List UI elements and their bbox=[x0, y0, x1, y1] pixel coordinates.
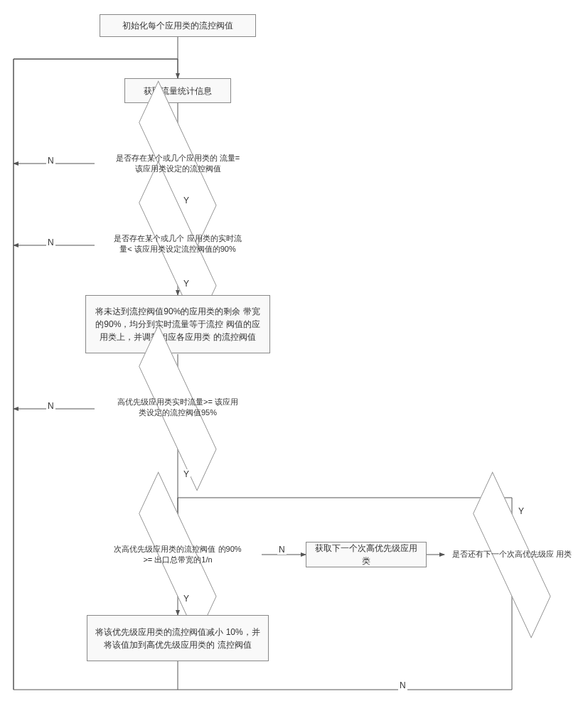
node-text: 是否还有下一个次高优先级应 用类 bbox=[431, 549, 588, 560]
node-text: 获取下一个次高优先级应用类 bbox=[314, 542, 419, 567]
node-text: 将未达到流控阀值90%的应用类的剩余 带宽的90%，均分到实时流量等于流控 阀值… bbox=[93, 305, 262, 343]
node-text: 是否存在某个或几个 应用类的实时流量< 该应用类设定流控阀值的90% bbox=[92, 233, 263, 255]
process-redistribute-bandwidth: 将未达到流控阀值90%的应用类的剩余 带宽的90%，均分到实时流量等于流控 阀值… bbox=[85, 295, 270, 353]
decision-flow-equals-threshold: 是否存在某个或几个应用类的 流量=该应用类设定的流控阀值 bbox=[92, 132, 263, 196]
edge-label-no: N bbox=[46, 237, 55, 247]
flowchart-connectors bbox=[0, 0, 588, 711]
edge-label-yes: Y bbox=[517, 506, 525, 516]
decision-flow-less-90pct: 是否存在某个或几个 应用类的实时流量< 该应用类设定流控阀值的90% bbox=[92, 212, 263, 276]
process-reduce-threshold: 将该优先级应用类的流控阀值减小 10%，并将该值加到高优先级应用类的 流控阀值 bbox=[87, 615, 269, 661]
node-text: 初始化每个应用类的流控阀值 bbox=[122, 19, 233, 32]
edge-label-no: N bbox=[277, 545, 287, 555]
node-text: 高优先级应用类实时流量>= 该应用类设定的流控阀值95% bbox=[92, 397, 263, 419]
edge-label-yes: Y bbox=[182, 196, 191, 205]
process-get-next-priority: 获取下一个次高优先级应用类 bbox=[306, 542, 427, 567]
edge-label-yes: Y bbox=[182, 469, 191, 479]
edge-label-yes: Y bbox=[182, 594, 191, 604]
node-text: 是否存在某个或几个应用类的 流量=该应用类设定的流控阀值 bbox=[92, 153, 263, 175]
process-get-stats: 获取流量统计信息 bbox=[124, 78, 231, 103]
edge-label-no: N bbox=[398, 680, 407, 690]
process-init: 初始化每个应用类的流控阀值 bbox=[100, 14, 256, 37]
node-text: 次高优先级应用类的流控阀值 的90% >= 出口总带宽的1/n bbox=[92, 544, 263, 566]
edge-label-no: N bbox=[46, 156, 55, 166]
node-text: 将该优先级应用类的流控阀值减小 10%，并将该值加到高优先级应用类的 流控阀值 bbox=[95, 626, 261, 651]
decision-high-priority-95pct: 高优先级应用类实时流量>= 该应用类设定的流控阀值95% bbox=[92, 375, 263, 439]
edge-label-no: N bbox=[46, 401, 55, 411]
decision-next-priority-threshold: 次高优先级应用类的流控阀值 的90% >= 出口总带宽的1/n bbox=[92, 523, 263, 587]
edge-label-yes: Y bbox=[182, 279, 191, 289]
decision-has-next-priority: 是否还有下一个次高优先级应 用类 bbox=[427, 523, 588, 587]
